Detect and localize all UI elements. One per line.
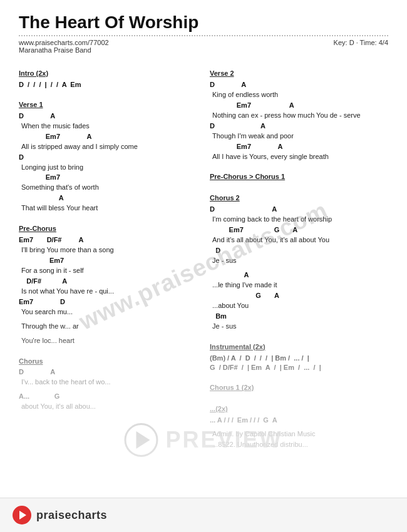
blank-line (210, 394, 388, 398)
song-title: The Heart Of Worship (19, 13, 388, 33)
lyric-line: You're loc... heart (19, 336, 197, 346)
section-header: Verse 1 (19, 100, 197, 110)
chord-line: D A (210, 121, 388, 131)
left-column: Intro (2x)D / / / | / / A EmVerse 1D A W… (19, 63, 197, 451)
chord-line: D A (210, 205, 388, 215)
blank-line (19, 214, 197, 218)
chord-line: A... G (19, 392, 197, 402)
divider (19, 35, 388, 36)
lyric-line: I'll bring You more than a song (19, 245, 197, 255)
chord-line: Em7 A (19, 132, 197, 142)
lyric-line: All is stripped away and I simply come (19, 142, 197, 152)
meta-row: www.praisecharts.com/77002 Maranatha Pra… (19, 39, 388, 54)
chord-line: D A (210, 80, 388, 90)
chord-line: A (19, 193, 197, 203)
section-header: Chorus (19, 357, 197, 367)
lyric-line: That will bless Your heart (19, 203, 197, 213)
blank-line (210, 373, 388, 377)
lyric-line: You search mu... (19, 307, 197, 317)
chord-line: Em7 D/F# A (19, 235, 197, 245)
lyric-line: Through the w... ar (19, 322, 197, 332)
lyric-line: Something that's of worth (19, 183, 197, 193)
section-header: Verse 2 (210, 69, 388, 79)
main-content: Intro (2x)D / / / | / / A EmVerse 1D A W… (19, 63, 388, 451)
section-header: Chorus 1 (2x) (210, 383, 388, 393)
chord-line: D A (19, 111, 197, 121)
blank-line (210, 332, 388, 336)
chord-line: G A (210, 291, 388, 301)
lyric-line: Je - sus (210, 322, 388, 332)
section-header: Intro (2x) (19, 69, 197, 79)
chord-line: Em7 (19, 173, 197, 183)
lyric-line: I'v... back to the heart of wo... (19, 377, 197, 387)
logo-play-icon (13, 506, 31, 524)
chord-line: A (210, 270, 388, 280)
blank-line (210, 183, 388, 187)
chord-line: Em7 (19, 256, 197, 266)
chord-line: D A (19, 367, 197, 377)
lyric-line: I'm coming back to the heart of worship (210, 215, 388, 225)
lyric-line: For a song in it - self (19, 266, 197, 276)
lyric-line: Is not what You have re - qui... (19, 287, 197, 297)
chord-line: (Bm) / A / D / / / | Bm / ... / | (210, 354, 388, 364)
section-header: Instrumental (2x) (210, 342, 388, 352)
page: The Heart Of Worship www.praisecharts.co… (0, 0, 407, 532)
key-time: Key: D · Time: 4/4 (334, 39, 388, 54)
lyric-line: Nothing can ex - press how much You de -… (210, 111, 388, 121)
section-header: Pre-Chorus > Chorus 1 (210, 172, 388, 182)
chord-line: D/F# A (19, 277, 197, 287)
blank-line (210, 162, 388, 166)
lyric-line: King of endless worth (210, 90, 388, 100)
lyric-line: All I have is Yours, every single breath (210, 152, 388, 162)
blank-line (19, 90, 197, 94)
lyric-line: Longing just to bring (19, 163, 197, 173)
lyric-line: ...le thing I've made it (210, 280, 388, 290)
song-url-artist: www.praisecharts.com/77002 Maranatha Pra… (19, 39, 109, 54)
chord-line: Bm (210, 312, 388, 322)
chord-line: Em7 G A (210, 225, 388, 235)
section-header: Pre-Chorus (19, 224, 197, 234)
lyric-line: Though I'm weak and poor (210, 131, 388, 141)
lyric-line: And it's all about You, it's all about Y… (210, 235, 388, 245)
preview-label: PREVIEW (165, 427, 282, 453)
chord-line: Em7 D (19, 297, 197, 307)
chord-line: Em7 A (210, 142, 388, 152)
chord-line: Em7 A (210, 101, 388, 111)
preview-box[interactable]: PREVIEW (124, 423, 282, 457)
chord-line: D / / / | / / A Em (19, 80, 197, 90)
bottom-bar: praisecharts (0, 498, 407, 532)
blank-line (19, 347, 197, 350)
lyric-line: When the music fades (19, 121, 197, 131)
preview-play-icon[interactable] (124, 423, 158, 457)
right-column: Verse 2D A King of endless worth Em7 ANo… (210, 63, 388, 451)
chord-line: G / D/F# / | Em A / | Em / ... / | (210, 363, 388, 373)
logo-text: praisecharts (36, 509, 107, 522)
chord-line: D (210, 246, 388, 256)
lyric-line: about You, it's all abou... (19, 402, 197, 412)
lyric-line: Je - sus (210, 256, 388, 266)
chord-line: D (19, 153, 197, 163)
section-header: Chorus 2 (210, 193, 388, 203)
section-header: ...(2x) (210, 404, 388, 414)
lyric-line: ...about You (210, 301, 388, 311)
